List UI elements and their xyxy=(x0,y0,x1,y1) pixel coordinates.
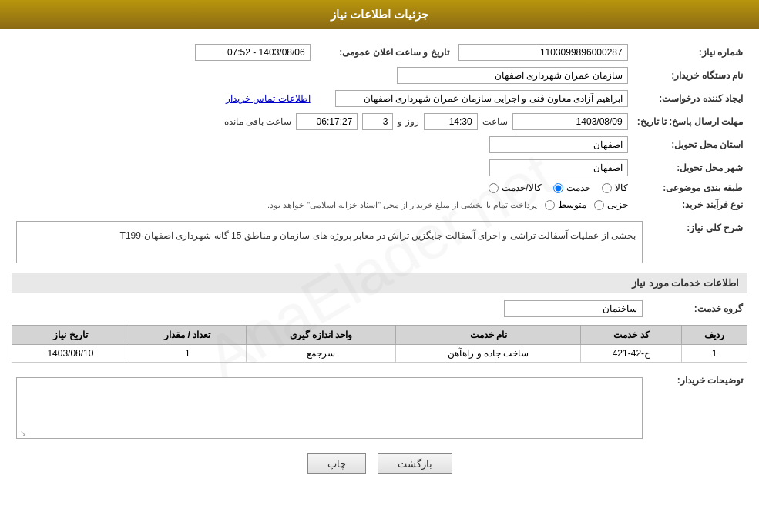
page-header: جزئیات اطلاعات نیاز xyxy=(0,0,759,29)
page-title: جزئیات اطلاعات نیاز xyxy=(331,8,428,21)
province-input[interactable] xyxy=(489,136,628,153)
service-group-label: گروه خدمت: xyxy=(647,297,747,320)
cell-code: ج-42-421 xyxy=(581,345,682,363)
cell-date: 1403/08/10 xyxy=(12,345,129,363)
cell-unit: سرجمع xyxy=(246,345,395,363)
process-note: پرداخت تمام یا بخشی از مبلغ خریدار از مح… xyxy=(267,200,537,210)
process-medium-option[interactable]: متوسط xyxy=(545,199,586,210)
category-goods-radio[interactable] xyxy=(602,183,612,193)
buyer-org-input[interactable] xyxy=(397,67,628,84)
back-button[interactable]: بازگشت xyxy=(378,453,452,474)
deadline-days-label: روز و xyxy=(398,116,418,127)
category-goods-service-label: کالا/خدمت xyxy=(502,182,541,193)
category-goods-option[interactable]: کالا xyxy=(602,182,628,193)
deadline-time-label: ساعت xyxy=(482,116,508,127)
col-date: تاریخ نیاز xyxy=(12,326,129,345)
province-label: استان محل تحویل: xyxy=(633,133,747,156)
col-code: کد خدمت xyxy=(581,326,682,345)
buttons-row: بازگشت چاپ xyxy=(12,453,747,474)
contact-link[interactable]: اطلاعات تماس خریدار xyxy=(226,93,311,104)
category-service-option[interactable]: خدمت xyxy=(553,182,590,193)
col-quantity: تعداد / مقدار xyxy=(129,326,246,345)
cell-row: 1 xyxy=(682,345,747,363)
category-service-label: خدمت xyxy=(566,182,590,193)
comments-label: توضیحات خریدار: xyxy=(647,370,747,442)
need-description-label: شرح کلی نیاز: xyxy=(647,218,747,266)
creator-input[interactable] xyxy=(335,90,628,107)
category-goods-service-option[interactable]: کالا/خدمت xyxy=(489,182,541,193)
resize-icon: ↘ xyxy=(18,429,26,437)
category-goods-label: کالا xyxy=(615,182,628,193)
category-label: طبقه بندی موضوعی: xyxy=(633,179,747,196)
need-number-input[interactable] xyxy=(458,44,628,61)
deadline-date-input[interactable] xyxy=(512,113,628,130)
cell-quantity: 1 xyxy=(129,345,246,363)
need-description-box: بخشی از عملیات آسفالت تراشی و اجرای آسفا… xyxy=(16,221,643,263)
process-medium-label: متوسط xyxy=(558,199,586,210)
deadline-remaining-input[interactable] xyxy=(296,113,358,130)
city-label: شهر محل تحویل: xyxy=(633,156,747,179)
col-unit: واحد اندازه گیری xyxy=(246,326,395,345)
col-name: نام خدمت xyxy=(396,326,581,345)
cell-name: ساخت جاده و راهآهن xyxy=(396,345,581,363)
city-input[interactable] xyxy=(489,159,628,176)
category-service-radio[interactable] xyxy=(553,183,563,193)
deadline-days-input[interactable] xyxy=(362,113,393,130)
process-medium-radio[interactable] xyxy=(545,200,555,210)
need-number-label: شماره نیاز: xyxy=(633,41,747,64)
process-part-label: جزیی xyxy=(607,199,628,210)
category-goods-service-radio[interactable] xyxy=(489,183,499,193)
announcement-input[interactable] xyxy=(195,44,311,61)
announcement-label: تاریخ و ساعت اعلان عمومی: xyxy=(315,41,454,64)
process-part-option[interactable]: جزیی xyxy=(594,199,628,210)
table-row: 1ج-42-421ساخت جاده و راهآهنسرجمع11403/08… xyxy=(12,345,747,363)
services-table: ردیف کد خدمت نام خدمت واحد اندازه گیری ت… xyxy=(12,325,747,363)
process-label: نوع فرآیند خرید: xyxy=(633,196,747,213)
buyer-org-label: نام دستگاه خریدار: xyxy=(633,64,747,87)
services-section-title: اطلاعات خدمات مورد نیاز xyxy=(12,273,747,293)
creator-label: ایجاد کننده درخواست: xyxy=(633,87,747,110)
process-part-radio[interactable] xyxy=(594,200,604,210)
deadline-label: مهلت ارسال پاسخ: تا تاریخ: xyxy=(633,110,747,133)
comments-area[interactable]: ↘ xyxy=(16,377,643,439)
need-description-text: بخشی از عملیات آسفالت تراشی و اجرای آسفا… xyxy=(120,230,636,241)
col-row: ردیف xyxy=(682,326,747,345)
service-group-input[interactable] xyxy=(504,300,643,317)
deadline-time-input[interactable] xyxy=(424,113,478,130)
print-button[interactable]: چاپ xyxy=(307,453,366,474)
deadline-remaining-label: ساعت باقی مانده xyxy=(224,116,292,127)
